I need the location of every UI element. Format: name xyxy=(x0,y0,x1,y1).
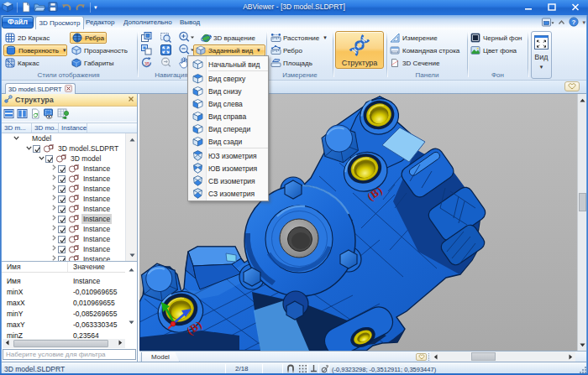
menu-item-iso-ne[interactable]: СВ изометрия xyxy=(189,174,268,187)
tab-editor[interactable]: Редактор xyxy=(82,16,118,29)
help-button[interactable]: ? xyxy=(569,17,579,29)
tree-label[interactable]: Instance xyxy=(81,194,112,204)
tree-row-instance[interactable]: Instance xyxy=(2,214,125,224)
tree-expander-icon[interactable] xyxy=(25,143,33,154)
zoom-previous-icon[interactable] xyxy=(160,56,172,69)
edge-button[interactable]: Ребро xyxy=(269,44,304,56)
tree-expander-icon[interactable] xyxy=(50,244,58,254)
sheetbar-splitter[interactable] xyxy=(428,353,429,361)
props-hscroll-thumb[interactable] xyxy=(13,340,108,347)
tree-row-instance[interactable]: Instance xyxy=(2,174,125,184)
wireframe-button[interactable]: Каркас xyxy=(3,57,41,69)
rotate-3d-button[interactable]: 3D вращение xyxy=(199,32,257,44)
menu-item-cube-bottom[interactable]: Вид снизу xyxy=(189,85,268,97)
document-tab-close-icon[interactable] xyxy=(65,85,72,94)
tree-row-3d-model-sldprt[interactable]: 3D model.SLDPRT xyxy=(2,143,125,154)
pan-views-icon[interactable] xyxy=(140,31,153,44)
tree-checkbox[interactable] xyxy=(58,216,66,223)
viewport-vertical-scrollbar[interactable] xyxy=(577,94,586,351)
tree-row-instance[interactable]: Instance xyxy=(2,164,125,174)
tree-expander-icon[interactable] xyxy=(50,214,58,224)
surface-dropdown-arrow[interactable]: ▾ xyxy=(63,47,66,54)
tree-row-instance[interactable]: Instance xyxy=(2,224,125,234)
columns-layout-button[interactable] xyxy=(17,108,28,121)
properties-horizontal-scrollbar[interactable] xyxy=(3,339,125,348)
hscroll-right-icon[interactable] xyxy=(569,354,573,362)
distance-button[interactable]: Расстояние ▾ xyxy=(269,32,328,44)
property-row-miny[interactable]: minY-0,085269655 xyxy=(2,308,137,319)
tree-expander-icon[interactable] xyxy=(50,174,58,184)
file-menu-button[interactable]: Файл xyxy=(2,16,34,29)
tree-checkbox[interactable] xyxy=(45,155,53,163)
tree-scroll-up-icon[interactable] xyxy=(126,133,138,145)
tree-checkbox[interactable] xyxy=(58,165,66,173)
column-header-3[interactable]: Instance xyxy=(59,123,87,133)
tree-row-instance[interactable]: Instance xyxy=(2,254,125,261)
minimize-button[interactable] xyxy=(522,3,534,12)
tree-label[interactable]: Instance xyxy=(81,214,112,224)
tree-row-instance[interactable]: Instance xyxy=(2,204,125,214)
props-scroll-up-icon[interactable] xyxy=(125,263,137,275)
document-tab[interactable]: 3D model.SLDPRT xyxy=(5,83,76,94)
menu-item-cube-front[interactable]: Вид спереди xyxy=(189,122,268,135)
tree-label[interactable]: Instance xyxy=(81,174,112,184)
filter-input[interactable]: Наберите условие для фильтра xyxy=(3,349,136,360)
section-3d-button[interactable]: 3D Сечение xyxy=(388,57,441,69)
tree-label[interactable]: Model xyxy=(30,133,53,143)
tree-checkbox[interactable] xyxy=(58,226,66,233)
props-scroll-left-icon[interactable] xyxy=(5,340,9,347)
zoom-out-icon[interactable] xyxy=(178,44,191,56)
tree-label[interactable]: 3D model xyxy=(69,154,102,164)
wireframe-2d-button[interactable]: 2D Каркас xyxy=(3,32,51,44)
tree-expander-icon[interactable] xyxy=(13,133,20,143)
property-row-minx[interactable]: minX-0,010969655 xyxy=(2,286,137,297)
export-structure-button[interactable] xyxy=(57,108,69,121)
zoom-extents-icon[interactable] xyxy=(160,44,172,56)
tree-vertical-scrollbar[interactable] xyxy=(125,133,137,261)
tree-expander-icon[interactable] xyxy=(38,154,45,164)
measurement-panel-button[interactable]: Измерение xyxy=(388,32,439,44)
transparency-button[interactable]: Прозрачность xyxy=(70,44,129,56)
view-button[interactable]: Вид ▼ xyxy=(531,31,552,79)
tree-row-instance[interactable]: Instance xyxy=(2,244,125,254)
collapse-panel-button[interactable] xyxy=(564,81,580,91)
structure-panel-close-icon[interactable] xyxy=(128,96,134,104)
column-header-1[interactable]: 3D m... xyxy=(2,123,32,133)
tree-label[interactable]: Instance xyxy=(81,254,112,261)
menu-item-cube-top[interactable]: Вид сверху xyxy=(189,72,268,85)
tree-expander-icon[interactable] xyxy=(50,254,58,261)
tree-checkbox[interactable] xyxy=(58,236,66,243)
property-row-имя[interactable]: ИмяInstance xyxy=(2,275,137,286)
rotate-35-icon[interactable]: 35 xyxy=(140,56,153,69)
property-row-maxy[interactable]: maxY-0,063330345 xyxy=(2,319,137,330)
menu-item-cube-back[interactable]: Вид сзади xyxy=(189,135,268,148)
menu-item-cube-left[interactable]: Вид слева xyxy=(189,97,268,110)
structure-button[interactable]: Структура xyxy=(335,31,384,69)
column-header-2[interactable]: 3D mo... xyxy=(32,123,59,133)
tree-label[interactable]: Instance xyxy=(81,244,112,254)
tree-row-instance[interactable]: Instance xyxy=(2,194,125,204)
tree-row-3d-model[interactable]: 3D model xyxy=(2,154,125,164)
tree-checkbox[interactable] xyxy=(33,145,40,153)
distance-dropdown-arrow[interactable]: ▾ xyxy=(323,34,327,41)
sheetbar-collapse-button[interactable] xyxy=(416,353,427,361)
tree-expander-icon[interactable] xyxy=(50,194,58,204)
visibility-button[interactable] xyxy=(43,108,55,121)
rows-layout-button[interactable] xyxy=(3,108,14,121)
tree-label[interactable]: Instance xyxy=(81,234,112,244)
named-view-dropdown-arrow[interactable]: ▾ xyxy=(257,47,260,54)
previous-view-icon[interactable] xyxy=(140,44,153,56)
property-row-maxx[interactable]: maxX0,010969655 xyxy=(2,297,137,308)
tab-output[interactable]: Вывод xyxy=(176,16,203,29)
minimize-ribbon-chevron[interactable] xyxy=(558,19,565,27)
tree-checkbox[interactable] xyxy=(58,246,66,253)
tree-row-instance[interactable]: Instance xyxy=(2,184,125,194)
props-scroll-down-icon[interactable] xyxy=(125,316,137,328)
zoom-window-icon[interactable] xyxy=(160,31,172,44)
menu-item-iso-nw[interactable]: СЗ изометрия xyxy=(189,187,268,200)
tree-label[interactable]: Instance xyxy=(81,204,112,214)
tree-expander-icon[interactable] xyxy=(50,164,58,174)
tree-row-model[interactable]: Model xyxy=(2,133,125,143)
background-color-button[interactable]: Цвет фона xyxy=(469,44,518,56)
style-selector-button[interactable] xyxy=(542,18,554,29)
